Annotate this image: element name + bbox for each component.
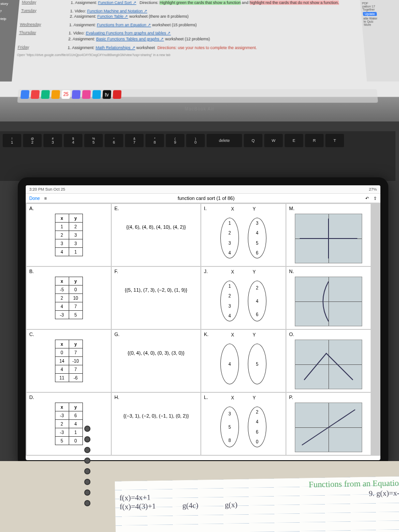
tue-line2: 2. Assignment: Function Table ↗ workshee… bbox=[70, 14, 370, 20]
undo-icon[interactable]: ↶ bbox=[365, 196, 369, 201]
app-icon[interactable] bbox=[31, 90, 40, 99]
tab-hint: Open "https://drive.google.com/file/d/1U… bbox=[17, 53, 373, 56]
card-O[interactable]: O. bbox=[286, 330, 371, 392]
update-button[interactable]: Update bbox=[363, 12, 377, 16]
monday-body: 1. Assignment: Function Card Sort ↗ Dire… bbox=[70, 0, 368, 6]
link-eval[interactable]: Evaluating Functions from graphs and tab… bbox=[86, 31, 171, 35]
laptop-area: story ? Help Monday 1. Assignment: Funct… bbox=[0, 0, 399, 121]
doc-title: function card sort (1 of 86) bbox=[51, 196, 361, 201]
key-r[interactable]: R bbox=[305, 134, 324, 147]
key-1[interactable]: !1 bbox=[3, 134, 21, 147]
notebook: Functions from an Equation f(x)=4x+1 9. … bbox=[115, 476, 399, 532]
key-delete[interactable]: delete bbox=[207, 134, 242, 147]
tv-icon[interactable]: tv bbox=[102, 90, 111, 99]
cal-icon[interactable]: 25 bbox=[62, 90, 70, 99]
more-label[interactable]: More bbox=[364, 23, 399, 26]
nb-l2a: f(x)=4(3)+1 bbox=[120, 502, 156, 511]
card-E[interactable]: E. {(4, 6), (4, 8), (4, 10), (4, 2)} bbox=[112, 204, 200, 266]
finder-icon[interactable] bbox=[20, 90, 30, 99]
ipad-status: 3:20 PM Sun Oct 25 27% bbox=[26, 185, 380, 194]
sidebar-item[interactable]: Help bbox=[0, 17, 17, 21]
sidebar-item[interactable]: story bbox=[0, 2, 19, 6]
pation-label: pation 17 bbox=[362, 5, 398, 8]
day-thursday: Thursday bbox=[18, 31, 69, 42]
key-4[interactable]: $4 bbox=[64, 134, 82, 147]
macbook-label: MacBook Air bbox=[0, 106, 399, 111]
app-icon[interactable] bbox=[92, 90, 101, 99]
right-pane: PDF pation 17 Together Update alla Water… bbox=[360, 0, 399, 82]
together-label: Together bbox=[363, 8, 399, 11]
card-F[interactable]: F. {(5, 11), (7, 3), (−2, 0), (1, 9)} bbox=[112, 267, 200, 329]
water-label: alla Water bbox=[363, 17, 399, 20]
link-card-sort[interactable]: Function Card Sort ↗ bbox=[98, 0, 137, 5]
link-machine[interactable]: Function Machine and Notation ↗ bbox=[87, 8, 147, 13]
link-eq[interactable]: Functions from an Equation ↗ bbox=[97, 23, 151, 27]
pdf-label: PDF bbox=[362, 2, 398, 5]
app-icon[interactable] bbox=[41, 90, 50, 99]
card-K[interactable]: K. XY 4 5 bbox=[201, 330, 286, 392]
card-D[interactable]: D. xy -36 24 -31 50 bbox=[27, 393, 111, 455]
card-N[interactable]: N. bbox=[286, 267, 371, 329]
key-3[interactable]: #3 bbox=[43, 134, 62, 147]
ipad: 3:20 PM Sun Oct 25 27% Done ≡ function c… bbox=[18, 177, 388, 468]
day-wednesday: Wednesday bbox=[20, 22, 69, 28]
card-A[interactable]: A. xy 12 23 33 41 bbox=[27, 204, 111, 266]
card-L[interactable]: L. XY 358 2460 bbox=[201, 393, 286, 455]
card-G[interactable]: G. {(0, 4), (4, 0), (0, 3), (3, 0)} bbox=[112, 330, 200, 392]
card-P[interactable]: P. bbox=[286, 393, 371, 455]
key-7[interactable]: &7 bbox=[125, 134, 144, 147]
key-8[interactable]: *8 bbox=[145, 134, 164, 147]
key-5[interactable]: %5 bbox=[84, 134, 103, 147]
key-t[interactable]: T bbox=[325, 134, 344, 147]
card-C[interactable]: C. xy 07 14-10 47 11-6 bbox=[27, 330, 111, 392]
doc-content: Monday 1. Assignment: Function Card Sort… bbox=[15, 0, 375, 78]
fri-body: 1. Assignment: Math Relationships ↗ work… bbox=[67, 45, 372, 51]
key-0[interactable]: )0 bbox=[186, 134, 205, 147]
day-monday: Monday bbox=[22, 0, 71, 6]
app-icon[interactable] bbox=[51, 90, 60, 99]
status-time: 3:20 PM Sun Oct 25 bbox=[29, 187, 65, 192]
list-icon[interactable]: ≡ bbox=[44, 196, 47, 201]
laptop-screen: story ? Help Monday 1. Assignment: Funct… bbox=[0, 0, 399, 97]
link-basic[interactable]: Basic Functions Tables and graphs ↗ bbox=[96, 37, 164, 41]
day-tuesday: Tuesday bbox=[20, 8, 70, 19]
key-w[interactable]: W bbox=[264, 134, 283, 147]
keyboard: !1 @2 #3 $4 %5 ^6 &7 *8 (9 )0 delete Q W… bbox=[0, 131, 395, 181]
thu-body: 1. Video: Evaluating Functions from grap… bbox=[68, 31, 372, 42]
card-H[interactable]: H. {(−3, 1), (−2, 0), (−1, 1), (0, 2)} bbox=[112, 393, 200, 455]
card-I[interactable]: I. XY 1234 3456 bbox=[201, 204, 286, 266]
key-2[interactable]: @2 bbox=[23, 134, 42, 147]
cards-grid: A. xy 12 23 33 41 E. {(4, 6), (4, 8), (4… bbox=[26, 203, 380, 456]
tuesday-body: 1. Video: Function Machine and Notation … bbox=[70, 8, 370, 19]
status-battery: 27% bbox=[369, 187, 377, 192]
card-M[interactable]: M. bbox=[286, 204, 371, 266]
key-e[interactable]: E bbox=[285, 134, 303, 147]
nb-l1a: f(x)=4x+1 bbox=[119, 493, 151, 502]
spiral-binding bbox=[84, 426, 98, 532]
nb-l2b: g(4c) bbox=[182, 501, 198, 510]
tue-line1: 1. Video: Function Machine and Notation … bbox=[70, 8, 369, 14]
wed-body: 1. Assignment: Functions from an Equatio… bbox=[69, 22, 371, 28]
app-icon[interactable] bbox=[113, 90, 121, 99]
link-table[interactable]: Function Table ↗ bbox=[97, 14, 128, 19]
link-rel[interactable]: Math Relationships ↗ bbox=[96, 45, 136, 50]
card-B[interactable]: B. xy -50 210 47 -35 bbox=[27, 267, 111, 329]
ipad-toolbar: Done ≡ function card sort (1 of 86) ↶ ⇪ bbox=[26, 194, 380, 203]
key-9[interactable]: (9 bbox=[166, 134, 184, 147]
nb-l2c: g(x) bbox=[225, 501, 238, 509]
key-6[interactable]: ^6 bbox=[105, 134, 123, 147]
quiz-label: le Quiz bbox=[364, 20, 399, 23]
svg-line-2 bbox=[302, 410, 355, 445]
day-friday: Friday bbox=[17, 45, 68, 51]
music-icon[interactable] bbox=[82, 90, 91, 99]
share-icon[interactable]: ⇪ bbox=[373, 196, 377, 201]
app-icon[interactable] bbox=[72, 90, 81, 99]
card-J[interactable]: J. XY 1234 246 bbox=[201, 267, 286, 329]
nb-l1b: 9. g(x)=x-3 bbox=[369, 489, 399, 498]
done-button[interactable]: Done bbox=[29, 196, 40, 201]
dock: 25 tv bbox=[17, 89, 378, 103]
sidebar-item[interactable]: ? bbox=[0, 9, 18, 13]
key-q[interactable]: Q bbox=[244, 134, 262, 147]
